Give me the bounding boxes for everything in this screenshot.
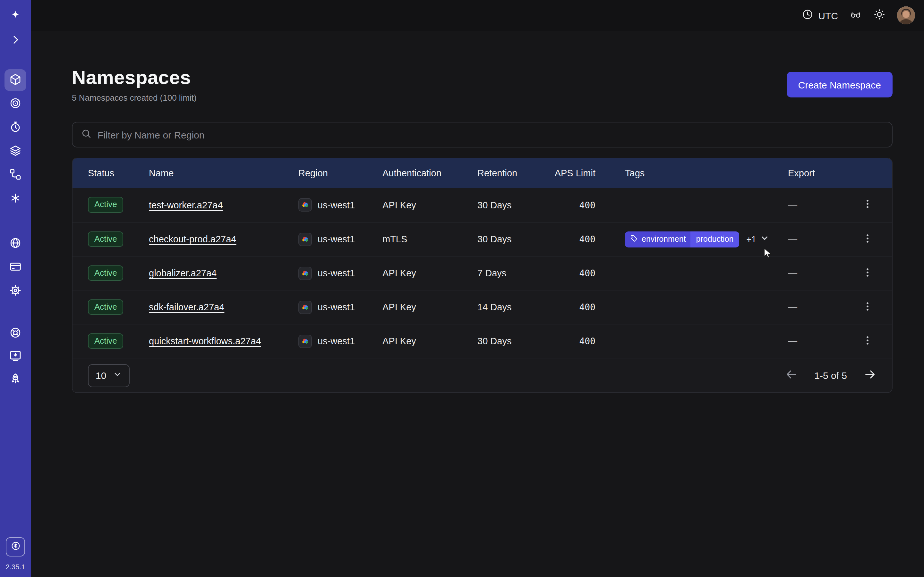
row-menu-button[interactable] (858, 229, 877, 249)
sidebar-item-regions[interactable] (5, 233, 26, 255)
sidebar: 2.35.1 (0, 0, 31, 577)
auth-label: API Key (383, 268, 477, 278)
table-row: Active test-worker.a27a4 us-west1 API Ke… (73, 188, 892, 222)
sidebar-item-settings[interactable] (5, 280, 26, 302)
tag-value-label: production (690, 231, 740, 247)
sun-icon (873, 8, 885, 23)
dollar-circle-icon (10, 540, 21, 553)
sidebar-item-nexus[interactable] (5, 188, 26, 210)
cube-icon (9, 73, 22, 87)
namespace-link[interactable]: checkout-prod.a27a4 (149, 234, 236, 244)
status-badge: Active (88, 231, 124, 247)
kebab-icon (863, 335, 873, 347)
previous-page-button[interactable] (785, 368, 798, 383)
col-name: Name (149, 168, 298, 178)
gcp-icon (298, 232, 312, 246)
app-version: 2.35.1 (5, 563, 25, 571)
export-value: — (788, 302, 852, 312)
monitor-download-icon (9, 349, 22, 364)
create-namespace-button[interactable]: Create Namespace (787, 72, 893, 97)
timezone-button[interactable]: UTC (801, 8, 838, 23)
sidebar-item-workflows[interactable] (5, 164, 26, 186)
user-avatar[interactable] (897, 6, 915, 24)
topbar: UTC (31, 0, 924, 31)
table-row: Active globalizer.a27a4 us-west1 API Key… (73, 256, 892, 290)
avatar-image (897, 6, 915, 24)
chevron-right-icon (9, 33, 22, 48)
sidebar-item-batch[interactable] (5, 93, 26, 115)
aps-limit-value: 400 (552, 302, 625, 312)
col-region: Region (298, 168, 383, 178)
page-size-select[interactable]: 10 (88, 364, 129, 387)
page-size-value: 10 (95, 370, 106, 381)
pagination-range: 1-5 of 5 (814, 370, 847, 381)
retention-label: 7 Days (477, 268, 552, 278)
status-badge: Active (88, 300, 124, 315)
tag-key-label: environment (642, 235, 686, 243)
aps-limit-value: 400 (552, 336, 625, 346)
sidebar-item-getting-started[interactable] (5, 369, 26, 390)
tags-more-button[interactable]: +1 (746, 234, 769, 245)
tags-more-label: +1 (746, 234, 756, 244)
table-row: Active sdk-failover.a27a4 us-west1 API K… (73, 290, 892, 324)
namespace-link[interactable]: sdk-failover.a27a4 (149, 302, 224, 312)
row-menu-button[interactable] (858, 332, 877, 351)
col-aps-limit: APS Limit (552, 168, 625, 178)
gcp-icon (298, 334, 312, 348)
usage-button[interactable] (6, 537, 25, 556)
glasses-icon (850, 8, 862, 23)
sidebar-item-imports[interactable] (5, 346, 26, 367)
sidebar-expand-button[interactable] (5, 29, 26, 51)
workflow-icon (9, 168, 22, 182)
retention-label: 30 Days (477, 200, 552, 210)
search-icon (81, 128, 92, 141)
lifebuoy-icon (9, 326, 22, 341)
next-page-button[interactable] (864, 368, 877, 383)
auth-label: mTLS (383, 234, 477, 244)
theme-toggle-button[interactable] (873, 8, 885, 23)
sidebar-item-deployments[interactable] (5, 140, 26, 162)
status-badge: Active (88, 334, 124, 349)
tag-chip[interactable]: environment production (625, 231, 739, 247)
table-footer: 10 1-5 of 5 (73, 358, 892, 392)
filter-input[interactable] (97, 129, 884, 140)
export-value: — (788, 336, 852, 346)
status-badge: Active (88, 266, 124, 281)
aps-limit-value: 400 (552, 234, 625, 244)
region-label: us-west1 (318, 200, 355, 210)
kebab-icon (863, 233, 873, 245)
namespace-link[interactable]: quickstart-workflows.a27a4 (149, 336, 261, 346)
asterisk-icon (9, 191, 22, 206)
row-menu-button[interactable] (858, 298, 877, 317)
row-menu-button[interactable] (858, 263, 877, 283)
sidebar-item-schedules[interactable] (5, 117, 26, 139)
table-header-row: Status Name Region Authentication Retent… (73, 158, 892, 188)
layers-icon (9, 144, 22, 159)
sidebar-item-support[interactable] (5, 322, 26, 344)
retention-label: 30 Days (477, 336, 552, 346)
auth-label: API Key (383, 200, 477, 210)
labs-button[interactable] (850, 8, 862, 23)
globe-icon (9, 236, 22, 251)
table-row: Active checkout-prod.a27a4 us-west1 mTLS… (73, 222, 892, 256)
row-menu-button[interactable] (858, 195, 877, 214)
namespace-link[interactable]: globalizer.a27a4 (149, 268, 216, 278)
namespaces-table: Status Name Region Authentication Retent… (72, 158, 893, 393)
gcp-icon (298, 198, 312, 211)
page-title: Namespaces (72, 67, 197, 89)
temporal-logo[interactable] (5, 5, 26, 27)
aps-limit-value: 400 (552, 268, 625, 278)
sidebar-item-namespaces[interactable] (5, 69, 26, 91)
logo-spark-icon (9, 9, 22, 23)
kebab-icon (863, 199, 873, 211)
timezone-label: UTC (818, 10, 838, 21)
auth-label: API Key (383, 302, 477, 312)
page-subtitle: 5 Namespaces created (100 limit) (72, 93, 197, 103)
region-label: us-west1 (318, 302, 355, 312)
chevron-down-icon (113, 370, 121, 381)
aps-limit-value: 400 (552, 200, 625, 210)
export-value: — (788, 268, 852, 278)
namespace-link[interactable]: test-worker.a27a4 (149, 200, 223, 210)
sidebar-item-billing[interactable] (5, 256, 26, 278)
timer-icon (9, 120, 22, 135)
